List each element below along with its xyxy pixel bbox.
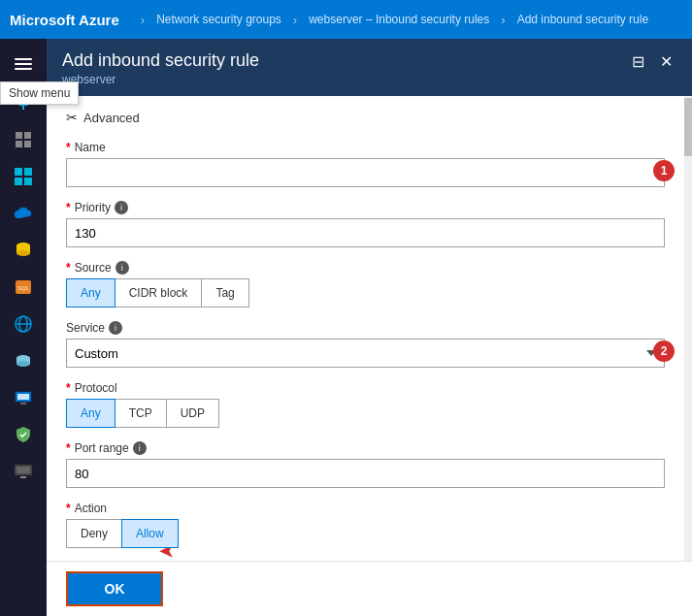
service-info-icon[interactable]: i bbox=[109, 321, 122, 335]
protocol-label-text: Protocol bbox=[75, 381, 117, 395]
top-nav: Microsoft Azure › Network security group… bbox=[0, 0, 692, 39]
svg-text:SQL: SQL bbox=[17, 285, 30, 291]
name-label: * Name bbox=[66, 141, 665, 154]
action-btn-group: Deny Allow bbox=[66, 519, 665, 548]
name-required-star: * bbox=[66, 141, 71, 154]
priority-label: * Priority i bbox=[66, 201, 665, 214]
panel-subtitle: webserver bbox=[62, 73, 259, 86]
source-field: * Source i Any CIDR block Tag bbox=[66, 261, 665, 308]
name-field: * Name 1 bbox=[66, 141, 665, 187]
source-btn-group: Any CIDR block Tag bbox=[66, 278, 665, 308]
svg-rect-21 bbox=[20, 403, 26, 405]
form-area: ✂ Advanced * Name 1 * Priority bbox=[47, 96, 684, 561]
advanced-section[interactable]: ✂ Advanced bbox=[66, 110, 665, 125]
svg-rect-0 bbox=[16, 132, 22, 139]
sidebar-icon-dashboard[interactable] bbox=[6, 124, 41, 155]
svg-rect-23 bbox=[16, 467, 30, 473]
minimize-button[interactable]: ⊟ bbox=[628, 50, 648, 73]
breadcrumb-2[interactable]: webserver – Inbound security rules bbox=[309, 13, 489, 26]
sidebar-icon-monitor[interactable] bbox=[6, 456, 41, 487]
hamburger-menu-button[interactable] bbox=[4, 47, 43, 81]
priority-label-text: Priority bbox=[75, 201, 111, 214]
svg-rect-1 bbox=[24, 132, 31, 139]
source-tag-btn[interactable]: Tag bbox=[201, 278, 248, 308]
breadcrumb-sep-3: › bbox=[501, 13, 505, 27]
hamburger-line-2 bbox=[15, 63, 32, 65]
protocol-label: * Protocol bbox=[66, 381, 665, 395]
source-label: * Source i bbox=[66, 261, 665, 275]
main-layout: Show menu + SQL bbox=[0, 39, 692, 616]
name-label-text: Name bbox=[75, 141, 106, 154]
protocol-tcp-btn[interactable]: TCP bbox=[115, 399, 167, 428]
priority-input[interactable] bbox=[66, 218, 665, 247]
bottom-actions: ➤ OK bbox=[47, 561, 692, 616]
breadcrumb-sep-1: › bbox=[141, 13, 145, 27]
sidebar-icon-security[interactable] bbox=[6, 419, 41, 450]
action-field: * Action Deny Allow bbox=[66, 502, 665, 548]
badge-2: 2 bbox=[653, 340, 675, 362]
name-input[interactable] bbox=[66, 158, 665, 187]
sidebar-icon-network[interactable] bbox=[6, 308, 41, 340]
panel-header: Add inbound security rule webserver ⊟ ✕ bbox=[47, 39, 692, 96]
sidebar-icon-storage[interactable] bbox=[6, 235, 41, 266]
action-required-star: * bbox=[66, 502, 71, 515]
service-label-text: Service bbox=[66, 321, 105, 335]
svg-rect-7 bbox=[24, 178, 32, 185]
port-range-label-text: Port range bbox=[75, 441, 129, 455]
protocol-any-btn[interactable]: Any bbox=[66, 399, 115, 428]
service-label: Service i bbox=[66, 321, 665, 335]
advanced-label: Advanced bbox=[83, 111, 140, 125]
source-info-icon[interactable]: i bbox=[115, 261, 129, 275]
port-range-input[interactable] bbox=[66, 459, 665, 488]
panel-title: Add inbound security rule bbox=[62, 50, 259, 71]
panel-controls: ⊟ ✕ bbox=[628, 50, 676, 73]
show-menu-tooltip: Show menu bbox=[0, 81, 79, 105]
port-required-star: * bbox=[66, 441, 71, 455]
svg-point-18 bbox=[16, 361, 30, 367]
sidebar-icon-cloud[interactable] bbox=[6, 198, 41, 229]
priority-required-star: * bbox=[66, 201, 71, 214]
close-button[interactable]: ✕ bbox=[656, 50, 676, 73]
svg-rect-24 bbox=[20, 476, 26, 478]
hamburger-line-1 bbox=[15, 58, 32, 60]
port-info-icon[interactable]: i bbox=[133, 441, 147, 455]
source-label-text: Source bbox=[75, 261, 112, 275]
protocol-udp-btn[interactable]: UDP bbox=[166, 399, 219, 428]
action-label-text: Action bbox=[75, 502, 107, 515]
source-any-btn[interactable]: Any bbox=[66, 278, 115, 308]
action-deny-btn[interactable]: Deny bbox=[66, 519, 122, 548]
protocol-field: * Protocol Any TCP UDP bbox=[66, 381, 665, 428]
svg-rect-2 bbox=[16, 141, 22, 147]
breadcrumb-1[interactable]: Network security groups bbox=[156, 13, 281, 26]
action-label: * Action bbox=[66, 502, 665, 515]
panel-header-text: Add inbound security rule webserver bbox=[62, 50, 259, 86]
source-required-star: * bbox=[66, 261, 71, 275]
protocol-btn-group: Any TCP UDP bbox=[66, 399, 665, 428]
badge-1: 1 bbox=[653, 160, 675, 181]
protocol-required-star: * bbox=[66, 381, 71, 395]
sidebar-icon-sql[interactable]: SQL bbox=[6, 272, 41, 303]
action-allow-btn[interactable]: Allow bbox=[121, 519, 179, 548]
priority-info-icon[interactable]: i bbox=[115, 201, 128, 214]
svg-rect-3 bbox=[24, 141, 31, 147]
scroll-track[interactable] bbox=[684, 96, 692, 561]
sidebar-icon-disks[interactable] bbox=[6, 345, 41, 376]
svg-rect-5 bbox=[24, 168, 32, 176]
port-range-field: * Port range i bbox=[66, 441, 665, 488]
svg-rect-20 bbox=[17, 394, 29, 400]
hamburger-line-3 bbox=[15, 68, 32, 70]
content-area: Add inbound security rule webserver ⊟ ✕ … bbox=[47, 39, 692, 616]
scissors-icon: ✂ bbox=[66, 110, 78, 125]
source-cidr-btn[interactable]: CIDR block bbox=[115, 278, 203, 308]
priority-field: * Priority i bbox=[66, 201, 665, 247]
breadcrumb-sep-2: › bbox=[293, 13, 297, 27]
sidebar-icon-vms[interactable] bbox=[6, 382, 41, 413]
scroll-thumb[interactable] bbox=[684, 98, 692, 156]
breadcrumb-3: Add inbound security rule bbox=[517, 13, 648, 26]
sidebar-icon-grid[interactable] bbox=[6, 161, 41, 192]
sidebar: Show menu + SQL bbox=[0, 39, 47, 616]
ok-button[interactable]: OK bbox=[66, 571, 163, 606]
service-select[interactable]: Custom HTTP HTTPS SSH RDP bbox=[66, 339, 665, 368]
brand-name: Microsoft Azure bbox=[10, 12, 119, 28]
service-field: Service i Custom HTTP HTTPS SSH RDP 2 bbox=[66, 321, 665, 368]
